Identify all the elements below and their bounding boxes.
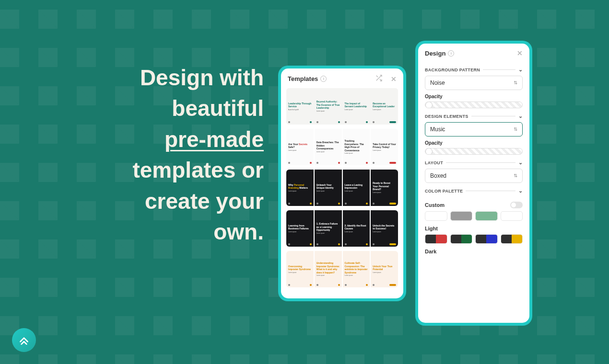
select-value: Noise [430,80,445,86]
template-row[interactable]: Overcoming Imposter SyndromeLorem ipsumU… [286,251,398,287]
template-card[interactable]: Beyond Authority: The Essence of True Le… [315,88,342,125]
template-card-title: Why Personal Branding Matters [288,183,312,190]
template-card-sub: Lorem ipsum [288,150,312,152]
swatch[interactable] [425,211,447,221]
light-swatch-row [425,234,523,244]
palette-swatch[interactable] [425,234,447,244]
dark-label: Dark [425,249,523,254]
section-layout[interactable]: LAYOUT ⌄ [425,159,523,166]
select-value: Boxed [430,172,446,179]
headline-line: templates or [132,158,264,182]
layout-select[interactable]: Boxed ⇅ [425,169,523,183]
section-label: DESIGN ELEMENTS [425,114,468,119]
templates-list[interactable]: Leadership Through ServiceA practical gu… [281,88,403,298]
template-card-title: The Impact of Servant Leadership [345,102,368,108]
opacity-label: Opacity [425,94,523,99]
template-card-sub: Lorem ipsum [316,151,340,153]
updown-icon: ⇅ [514,173,517,178]
elements-opacity-slider[interactable] [425,148,523,155]
hero-headline: Design with beautiful pre-made templates… [0,62,264,247]
template-card[interactable]: 1. Embrace Failure as a Learning Opportu… [315,210,342,247]
custom-toggle[interactable] [510,202,523,208]
template-card-sub: Lorem ipsum [373,231,396,233]
section-label: LAYOUT [425,160,443,165]
headline-underlined: pre-made [164,127,264,152]
template-card-title: Become an Exceptional Leader [373,102,396,108]
template-card-sub: Lorem ipsum [316,275,340,277]
palette-swatch[interactable] [501,234,523,244]
template-card[interactable]: Take Control of Your Privacy Today!Lorem… [371,129,398,165]
background-opacity-slider[interactable] [425,102,523,108]
template-card[interactable]: Unlock the Secrets to Success!Lorem ipsu… [371,210,398,247]
opacity-label: Opacity [425,140,523,146]
template-card-title: Tracking Everywhere: The High Price of C… [345,139,368,152]
shuffle-icon[interactable] [375,74,383,83]
template-card-title: Take Control of Your Privacy Today! [373,143,396,149]
headline-line: Design with [140,65,264,90]
section-design-elements[interactable]: DESIGN ELEMENTS ⌄ [425,113,523,119]
chevron-down-icon: ⌄ [518,159,523,166]
section-background-pattern[interactable]: BACKGROUND PATTERN ⌄ [425,67,523,73]
headline-line: own. [213,219,264,244]
swatch[interactable] [475,211,498,221]
template-card[interactable]: Tracking Everywhere: The High Price of C… [343,129,370,165]
templates-phone-frame: Templates i ✕ Leadership Through Service… [278,66,406,301]
section-color-palette[interactable]: COLOR PALETTE ⌄ [425,188,523,194]
template-card-sub: Lorem ipsum [345,109,368,111]
template-card[interactable]: Learning from Business FailuresLorem ips… [286,210,314,247]
template-card[interactable]: Leadership Through ServiceA practical gu… [286,88,314,125]
select-value: Music [430,126,445,133]
background-pattern-select[interactable]: Noise ⇅ [425,76,523,90]
close-icon[interactable]: ✕ [391,75,397,83]
template-row[interactable]: Leadership Through ServiceA practical gu… [286,88,398,125]
template-card[interactable]: Overcoming Imposter SyndromeLorem ipsum [286,251,314,287]
headline-line: beautiful [172,96,264,121]
swatch[interactable] [501,211,523,221]
template-card[interactable]: Ready to Boost Your Personal Brand?Lorem… [371,170,398,206]
templates-header: Templates i ✕ [281,68,403,88]
template-card-title: Beyond Authority: The Essence of True Le… [316,100,340,110]
template-card[interactable]: Cultivate Self-Compassion: The antidote … [343,251,370,287]
template-card-title: Overcoming Imposter Syndrome [288,265,312,271]
template-card-title: Unlock the Secrets to Success! [373,224,396,230]
template-card-sub: Lorem ipsum [345,275,368,277]
updown-icon: ⇅ [514,127,517,132]
template-card[interactable]: Unleash Your Unique IdentityLorem ipsum [315,170,342,206]
chevron-down-icon: ⌄ [518,113,523,119]
section-label: BACKGROUND PATTERN [425,68,480,72]
template-card-sub: Lorem ipsum [316,111,340,113]
template-card-sub: Lorem ipsum [373,192,396,194]
template-card[interactable]: Unlock Your True PotentialLorem ipsum [371,251,398,287]
palette-swatch[interactable] [450,234,473,244]
template-card[interactable]: The Impact of Servant LeadershipLorem ip… [343,88,370,125]
template-card[interactable]: Why Personal Branding MattersLorem ipsum [286,170,314,206]
template-row[interactable]: Learning from Business FailuresLorem ips… [286,210,398,247]
chevron-down-icon: ⌄ [518,67,523,73]
template-card-sub: Lorem ipsum [316,233,340,235]
template-card-title: Data Breaches: The Hidden Consequences [316,141,340,150]
template-card[interactable]: Are Your Secrets Safe?Lorem ipsum [286,129,314,165]
close-icon[interactable]: ✕ [517,49,523,57]
template-card[interactable]: Understanding Imposter Syndrome: What is… [315,251,342,287]
swatch[interactable] [450,211,473,221]
design-elements-select[interactable]: Music ⇅ [425,122,523,136]
info-icon[interactable]: i [448,50,454,57]
template-card-title: 1. Embrace Failure as a Learning Opportu… [316,222,340,232]
template-row[interactable]: Are Your Secrets Safe?Lorem ipsumData Br… [286,129,398,165]
template-card-title: 2. Identify the Root Causes [345,224,368,230]
template-card[interactable]: 2. Identify the Root CausesLorem ipsum [343,210,370,247]
template-card-title: Cultivate Self-Compassion: The antidote … [345,262,368,274]
template-card[interactable]: Leave a Lasting ImpressionLorem ipsum [343,170,370,206]
template-card[interactable]: Become an Exceptional LeaderLorem ipsum [371,88,398,125]
template-card-title: Ready to Boost Your Personal Brand? [373,182,396,191]
palette-swatch[interactable] [475,234,498,244]
template-card-sub: A practical guide [288,109,312,111]
template-row[interactable]: Why Personal Branding MattersLorem ipsum… [286,170,398,206]
template-card-sub: Lorem ipsum [345,153,368,155]
info-icon[interactable]: i [320,76,327,82]
light-label: Light [425,226,523,231]
template-card-title: Unleash Your Unique Identity [316,183,340,190]
section-label: COLOR PALETTE [425,189,463,193]
template-card[interactable]: Data Breaches: The Hidden ConsequencesLo… [315,129,342,165]
template-card-sub: Lorem ipsum [288,272,312,274]
